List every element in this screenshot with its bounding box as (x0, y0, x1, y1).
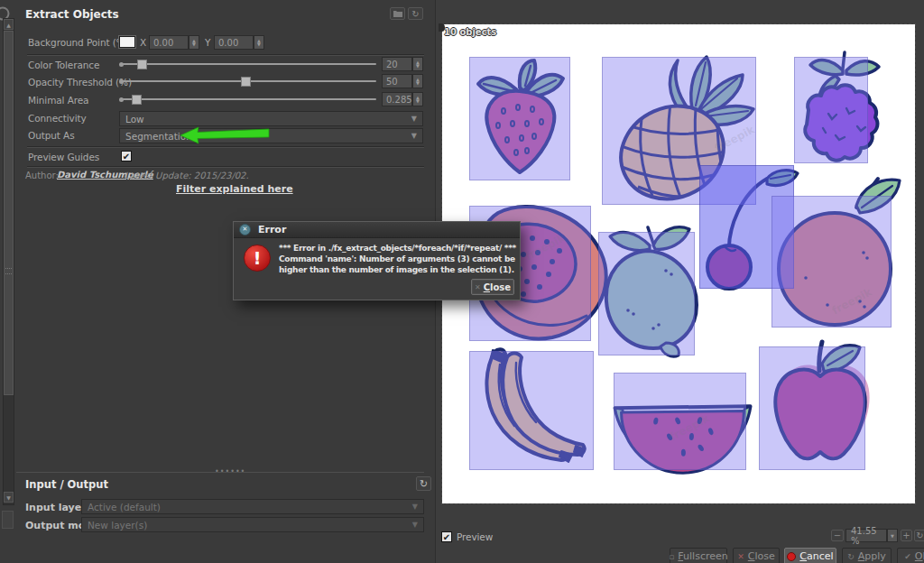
color-tolerance-slider[interactable] (122, 63, 376, 65)
zoom-level-value[interactable]: 41.55 % (845, 529, 887, 542)
y-coordinate-input[interactable]: 0.00 (214, 35, 254, 50)
chevron-down-icon: ▼ (411, 132, 417, 140)
apply-icon: ↻ (847, 552, 855, 561)
zoom-in-button[interactable]: + (901, 530, 912, 541)
window-close-icon[interactable]: ✕ (239, 224, 251, 235)
cancel-icon (787, 552, 796, 561)
connectivity-dropdown[interactable]: Low ▼ (119, 111, 423, 126)
x-coordinate-input[interactable]: 0.00 (149, 35, 189, 50)
cancel-button[interactable]: Cancel (784, 548, 836, 563)
error-message: *** Error in ./fx_extract_objects/*forea… (279, 243, 517, 275)
preview-guides-label: Preview Guides (28, 152, 99, 162)
output-mode-dropdown[interactable]: New layer(s) ▼ (81, 517, 424, 532)
scrollbar-thumb[interactable] (4, 31, 14, 395)
scroll-down-button[interactable]: ▼ (4, 492, 14, 503)
zoom-out-button[interactable]: − (831, 530, 844, 541)
x-spinner[interactable]: ▲▼ (189, 35, 199, 50)
fullscreen-icon: ▫ (669, 552, 674, 561)
fullscreen-button[interactable]: ▫ Fullscreen (670, 548, 727, 563)
zoom-reset-button[interactable]: ↻ (914, 530, 924, 541)
x-label: X (140, 37, 146, 48)
minimal-area-label: Minimal Area (28, 95, 88, 106)
io-section-title: Input / Output (25, 478, 108, 491)
add-favorite-button[interactable] (390, 7, 405, 20)
opacity-threshold-handle[interactable] (241, 77, 251, 87)
error-dialog-title: Error (258, 224, 286, 235)
chevron-down-icon: ▼ (412, 521, 418, 529)
input-layers-dropdown[interactable]: Active (default) ▼ (81, 499, 424, 514)
selection-corner-knob[interactable] (439, 23, 445, 32)
object-count-badge: 10 objects (444, 27, 496, 37)
segment-box-orange (772, 196, 892, 328)
error-dialog: ✕ Error ! *** Error in ./fx_extract_obje… (233, 221, 521, 300)
preview-guides-checkbox[interactable]: ✔ (121, 151, 132, 162)
background-color-swatch[interactable] (119, 36, 135, 48)
connectivity-label: Connectivity (28, 113, 87, 124)
y-label: Y (205, 37, 210, 48)
minimal-area-spinner[interactable]: ▲▼ (412, 92, 423, 106)
opacity-threshold-spinner[interactable]: ▲▼ (412, 74, 423, 88)
error-close-button[interactable]: ✕ Close (471, 279, 514, 295)
apply-button[interactable]: ↻ Apply (842, 548, 892, 563)
input-layers-value: Active (default) (88, 502, 161, 512)
segment-box-lime (598, 232, 695, 355)
reset-filter-button[interactable]: ↻ (408, 7, 423, 20)
close-x-icon: ✕ (475, 283, 481, 291)
author-prefix: Author: (25, 171, 59, 180)
latest-update-text: Latest Update: 2015/23/02. (125, 171, 249, 180)
gmic-extract-objects-window: ▲ ▼ Extract Objects ↻ Background Point (… (0, 0, 924, 563)
color-tolerance-handle[interactable] (137, 60, 147, 69)
panel-corner-widget (2, 511, 14, 529)
scrollbar-grip (5, 268, 12, 274)
preview-checkbox-label: Preview (457, 531, 493, 542)
close-button[interactable]: ✕ Close (733, 548, 780, 563)
background-point-label: Background Point (%) (28, 37, 129, 48)
close-icon: ✕ (737, 552, 744, 561)
io-reset-button[interactable]: ↻ (416, 476, 431, 491)
error-dialog-titlebar[interactable]: ✕ Error (234, 222, 520, 238)
chevron-down-icon: ▼ (412, 503, 418, 511)
filter-explained-link[interactable]: Filter explained here (176, 183, 293, 195)
ok-label: OK (915, 550, 924, 562)
zoom-level-dropdown[interactable]: ▼ (887, 529, 898, 542)
output-mode-value: New layer(s) (88, 520, 147, 531)
splitter-grip[interactable]: •••••• (215, 467, 245, 475)
opacity-threshold-value[interactable]: 50 (382, 74, 412, 88)
color-tolerance-spinner[interactable]: ▲▼ (412, 57, 423, 71)
segment-box-watermelon (614, 373, 746, 470)
segment-box-apple (759, 346, 865, 470)
preview-checkbox[interactable]: ✔ (441, 531, 452, 542)
separator (27, 54, 424, 56)
green-annotation-arrow (179, 125, 271, 145)
error-icon: ! (244, 245, 271, 272)
cancel-label: Cancel (799, 550, 833, 562)
opacity-threshold-label: Opacity Threshold (%) (28, 77, 132, 88)
ok-icon: ✔ (904, 552, 911, 561)
chevron-down-icon: ▼ (411, 115, 417, 123)
error-close-label: Close (484, 282, 511, 292)
minimal-area-slider[interactable] (122, 98, 376, 100)
connectivity-value: Low (125, 114, 144, 125)
close-label: Close (748, 550, 775, 562)
filter-title: Extract Objects (25, 8, 119, 21)
separator (27, 146, 424, 148)
separator (27, 166, 424, 168)
output-as-label: Output As (28, 130, 75, 141)
segment-box-raspberry (794, 57, 868, 163)
ok-button[interactable]: ✔ OK (897, 548, 924, 563)
y-spinner[interactable]: ▲▼ (254, 35, 264, 50)
panel-scrollbar[interactable]: ▲ ▼ (3, 18, 14, 505)
color-tolerance-value[interactable]: 20 (382, 57, 412, 71)
minimal-area-value[interactable]: 0.285 (382, 92, 412, 106)
apply-label: Apply (858, 550, 886, 562)
output-as-dropdown[interactable]: Segmentation ▼ (119, 128, 423, 143)
folder-icon (393, 10, 402, 17)
segment-box-banana (469, 351, 594, 470)
scroll-up-button[interactable]: ▲ (4, 19, 14, 30)
segment-box-strawberry (469, 57, 570, 180)
color-tolerance-label: Color Tolerance (28, 60, 99, 70)
fullscreen-label: Fullscreen (678, 550, 727, 562)
minimal-area-handle[interactable] (132, 95, 142, 105)
